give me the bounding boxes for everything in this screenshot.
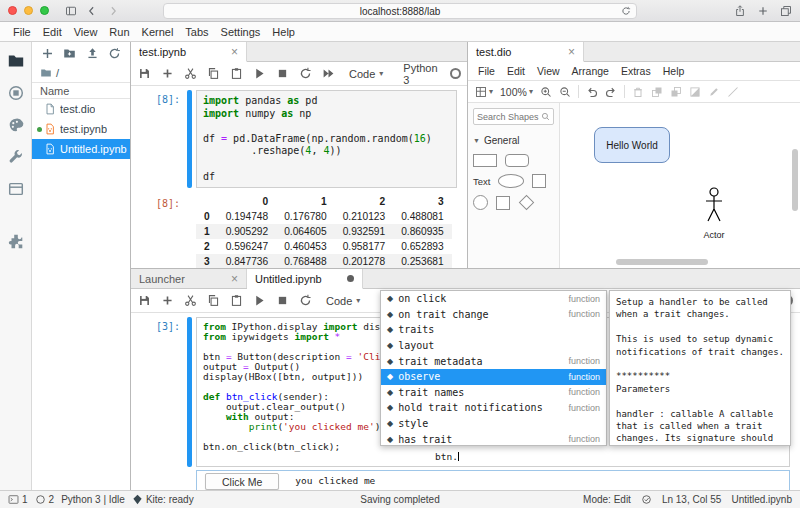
run-button[interactable] [253,67,266,80]
vertical-scrollbar[interactable] [792,149,798,211]
cell-collapser[interactable] [187,317,192,467]
completion-item-on_click[interactable]: ◆on_clickfunction [381,291,606,307]
diagram-node-actor[interactable]: Actor [696,187,732,240]
redo-icon[interactable] [605,86,617,98]
tab-overview-icon[interactable] [780,5,792,17]
share-icon[interactable] [734,5,746,17]
diagram-node-hello-world[interactable]: Hello World [594,127,670,163]
menu-item-settings[interactable]: Settings [216,26,266,38]
tab-launcher[interactable]: Launcher × [131,269,247,288]
click-me-button[interactable]: Click Me [205,473,279,490]
close-icon[interactable]: × [568,46,575,58]
extension-manager-icon[interactable] [7,232,25,250]
window-minimize-button[interactable] [24,6,33,15]
zoom-out-icon[interactable] [559,86,571,98]
paste-cells-button[interactable] [230,294,243,307]
completion-item-has_trait[interactable]: ◆has_traitfunction [381,431,606,446]
view-dropdown[interactable]: ▾ [475,86,493,98]
shape-search-input[interactable] [477,112,539,122]
file-item-test.ipynb[interactable]: test.ipynb [32,119,130,139]
zoom-dropdown[interactable]: 100% ▾ [500,86,533,98]
cursor-position[interactable]: Ln 13, Col 55 [662,494,722,505]
address-bar[interactable]: localhost:8888/lab [163,3,637,19]
completion-item-style[interactable]: ◆style [381,416,606,432]
add-cell-button[interactable] [161,67,174,80]
command-palette-icon[interactable] [7,116,25,134]
window-zoom-button[interactable] [40,6,49,15]
run-button[interactable] [253,294,266,307]
kite-status-item[interactable]: Kite: ready [132,494,194,505]
terminals-indicator[interactable]: 1 [8,494,28,505]
search-icon[interactable] [541,112,550,121]
save-button[interactable] [138,294,151,307]
completion-item-on_trait_change[interactable]: ◆on_trait_changefunction [381,307,606,323]
restart-kernel-button[interactable] [299,67,312,80]
shape-circle[interactable] [473,195,488,210]
paste-cells-button[interactable] [230,67,243,80]
breadcrumb-root[interactable]: / [56,67,59,79]
open-tabs-icon[interactable] [7,180,25,198]
cell-type-dropdown[interactable]: Code ▾ [349,68,383,80]
home-folder-icon[interactable] [40,67,52,79]
back-icon[interactable] [86,5,98,17]
add-cell-button[interactable] [161,294,174,307]
shape-square[interactable] [532,174,546,188]
kernel-status-item[interactable]: Python 3 | Idle [61,494,125,505]
forward-icon[interactable] [107,5,119,17]
upload-icon[interactable] [86,47,99,60]
section-general[interactable]: ▼ General [473,135,554,146]
copy-cells-button[interactable] [207,294,220,307]
close-icon[interactable]: × [231,46,238,58]
property-inspector-icon[interactable] [7,148,25,166]
close-icon[interactable]: × [231,273,238,285]
cell-collapser[interactable] [187,90,192,188]
stop-button[interactable] [276,294,289,307]
new-tab-icon[interactable] [757,5,769,17]
menu-item-arrange[interactable]: Arrange [566,65,615,77]
cell-type-dropdown[interactable]: Code ▾ [326,295,360,307]
kernels-indicator[interactable]: 2 [35,494,55,505]
menu-item-run[interactable]: Run [104,26,134,38]
menu-item-view[interactable]: View [69,26,103,38]
cut-cells-button[interactable] [184,67,197,80]
kernel-status-icon[interactable] [450,68,461,79]
shape-rounded-rectangle[interactable] [505,154,529,167]
menu-item-file[interactable]: File [8,26,36,38]
completion-item-layout[interactable]: ◆layout [381,338,606,354]
running-sessions-icon[interactable] [7,84,25,102]
completion-item-observe[interactable]: ◆observefunction [381,369,606,385]
shape-process[interactable] [496,196,510,210]
refresh-icon[interactable] [108,47,121,60]
diagram-canvas[interactable]: Hello World Actor [560,103,800,268]
new-folder-icon[interactable] [63,47,76,60]
horizontal-scrollbar[interactable] [616,259,708,265]
save-button[interactable] [138,67,151,80]
run-all-button[interactable] [322,67,335,80]
completion-item-hold_trait_notifications[interactable]: ◆hold_trait_notificationsfunction [381,400,606,416]
copy-cells-button[interactable] [207,67,220,80]
restart-kernel-button[interactable] [299,294,312,307]
shape-ellipse[interactable] [498,174,524,188]
menu-item-file[interactable]: File [472,65,501,77]
kernel-name[interactable]: Python 3 [403,62,437,86]
undo-icon[interactable] [586,86,598,98]
window-close-button[interactable] [8,6,17,15]
file-browser-icon[interactable] [7,52,25,70]
menu-item-help[interactable]: Help [267,26,300,38]
menu-item-view[interactable]: View [531,65,566,77]
shape-text[interactable]: Text [473,176,490,187]
tab-test-ipynb[interactable]: test.ipynb × [131,42,247,62]
reload-icon[interactable] [621,6,631,16]
new-launcher-icon[interactable] [41,47,54,60]
cut-cells-button[interactable] [184,294,197,307]
tab-test-dio[interactable]: test.dio × [468,42,584,62]
zoom-in-icon[interactable] [540,86,552,98]
completion-item-trait_names[interactable]: ◆trait_namesfunction [381,385,606,401]
menu-item-tabs[interactable]: Tabs [180,26,213,38]
tab-untitled-ipynb[interactable]: Untitled.ipynb [247,269,363,289]
code-editor[interactable]: import pandas as pdimport numpy as np df… [196,90,457,188]
menu-item-edit[interactable]: Edit [501,65,531,77]
shape-diamond[interactable] [519,195,535,211]
mode-indicator[interactable]: Mode: Edit [583,494,631,505]
stop-button[interactable] [276,67,289,80]
